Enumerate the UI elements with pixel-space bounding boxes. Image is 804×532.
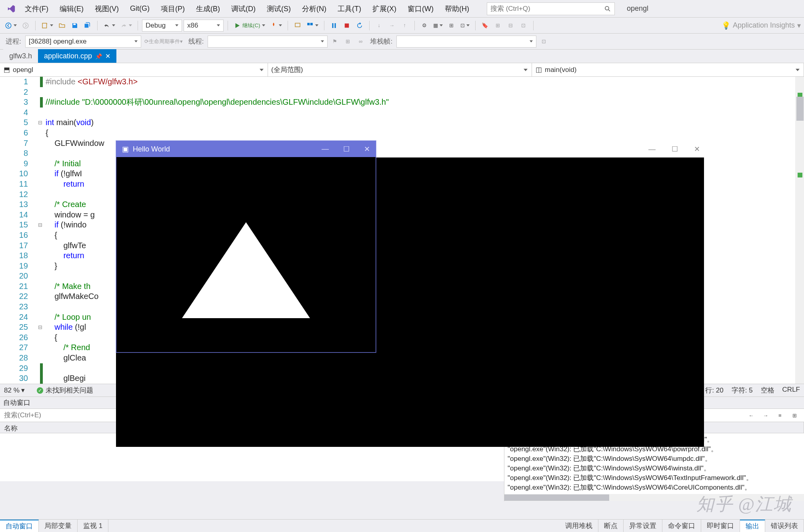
- menu-item[interactable]: 调试(D): [226, 0, 261, 18]
- menu-item[interactable]: 项目(P): [155, 0, 190, 18]
- minimize-icon[interactable]: —: [322, 145, 329, 153]
- thread-label: 线程:: [186, 37, 206, 46]
- stop-button[interactable]: [341, 20, 352, 31]
- stackframe-dropdown[interactable]: [396, 36, 536, 48]
- menu-item[interactable]: 生成(B): [190, 0, 226, 18]
- tab-applicationcpp[interactable]: application.cpp 📌 ✕: [38, 49, 116, 63]
- bottom-tab[interactable]: 调用堆栈: [560, 520, 598, 532]
- document-tab-strip: glfw3.h application.cpp 📌 ✕: [0, 50, 804, 63]
- menu-item[interactable]: 视图(V): [89, 0, 124, 18]
- menu-item[interactable]: 窗口(W): [402, 0, 439, 18]
- app-insights-link[interactable]: 💡 Application Insights ▾: [722, 21, 801, 30]
- step-out-icon[interactable]: ↑: [399, 20, 410, 31]
- bottom-tab[interactable]: 输出: [740, 520, 765, 532]
- quick-search-box[interactable]: [487, 2, 615, 15]
- bottom-tab-strip: 自动窗口局部变量监视 1 调用堆栈断点异常设置命令窗口即时窗口输出错误列表: [0, 519, 804, 532]
- menu-item[interactable]: 分析(N): [296, 0, 332, 18]
- bottom-tab[interactable]: 异常设置: [624, 520, 662, 532]
- step-into-icon[interactable]: →: [386, 20, 398, 31]
- close-icon[interactable]: ✕: [364, 145, 370, 153]
- editor-scrollbar[interactable]: [795, 77, 804, 384]
- nav-back-button[interactable]: [3, 20, 18, 31]
- tab-glfw3h[interactable]: glfw3.h: [3, 49, 38, 63]
- hscroll-thumb[interactable]: [504, 494, 609, 501]
- toolbar-icon-4[interactable]: ⊡: [459, 20, 471, 31]
- bottom-tab[interactable]: 即时窗口: [701, 520, 740, 532]
- flag-icon[interactable]: ⚑: [329, 36, 340, 47]
- scope-function-dropdown[interactable]: ◫main(void): [532, 63, 804, 76]
- bottom-tab[interactable]: 监视 1: [78, 520, 108, 532]
- link-icon[interactable]: ∞: [355, 36, 366, 47]
- menu-item[interactable]: Git(G): [124, 0, 155, 18]
- bookmark-icon[interactable]: 🔖: [480, 20, 491, 31]
- menu-item[interactable]: 工具(T): [332, 0, 367, 18]
- threads-icon[interactable]: ⊞: [342, 36, 353, 47]
- svg-rect-8: [310, 23, 312, 25]
- lightbulb-icon: 💡: [722, 21, 730, 30]
- step-over-icon[interactable]: ↓: [374, 20, 385, 31]
- maximize-icon[interactable]: ☐: [343, 145, 350, 153]
- continue-button[interactable]: 继续(C): [232, 20, 267, 31]
- pin-icon[interactable]: 📌: [95, 53, 102, 60]
- main-menu-bar: 文件(F)编辑(E)视图(V)Git(G)项目(P)生成(B)调试(D)测试(S…: [0, 0, 804, 18]
- menu-item[interactable]: 编辑(E): [54, 0, 89, 18]
- step-into-button[interactable]: [292, 20, 303, 31]
- bottom-tab[interactable]: 自动窗口: [0, 520, 39, 532]
- lifecycle-button[interactable]: ⟳ 生命周期事件 ▾: [143, 36, 184, 47]
- menu-item[interactable]: 文件(F): [19, 0, 54, 18]
- scope-project-dropdown[interactable]: ⬒opengl: [0, 63, 268, 76]
- fold-gutter[interactable]: ⊟⊟⊟: [36, 77, 44, 384]
- bottom-tab[interactable]: 局部变量: [39, 520, 78, 532]
- scope-global-dropdown[interactable]: (全局范围): [268, 63, 532, 76]
- minimize-icon[interactable]: —: [648, 145, 656, 153]
- windows-button[interactable]: [305, 20, 320, 31]
- stack-icon[interactable]: ⊡: [538, 36, 549, 47]
- pause-button[interactable]: [328, 20, 340, 31]
- save-button[interactable]: [69, 20, 80, 31]
- close-tab-icon[interactable]: ✕: [105, 52, 110, 60]
- search-depth-icon[interactable]: ≡: [774, 410, 786, 421]
- line-ending[interactable]: CRLF: [782, 386, 800, 395]
- glfw-window[interactable]: ▣ Hello World — ☐ ✕: [116, 141, 376, 353]
- open-file-button[interactable]: [56, 20, 68, 31]
- menu-item[interactable]: 扩展(X): [367, 0, 402, 18]
- bottom-tab[interactable]: 命令窗口: [662, 520, 701, 532]
- scrollbar-thumb[interactable]: [796, 97, 804, 121]
- menu-item[interactable]: 帮助(H): [439, 0, 475, 18]
- search-icon[interactable]: [602, 4, 613, 14]
- config-dropdown[interactable]: Debug: [142, 20, 182, 32]
- error-indicator[interactable]: ✓未找到相关问题: [37, 386, 93, 395]
- toolbar-icon-6[interactable]: ⊟: [505, 20, 516, 31]
- indent-mode[interactable]: 空格: [761, 386, 774, 395]
- solution-name: opengl: [627, 4, 648, 13]
- search-next-icon[interactable]: →: [760, 410, 771, 421]
- toolbar-icon-7[interactable]: ⊡: [518, 20, 529, 31]
- thread-dropdown[interactable]: [208, 36, 328, 48]
- save-all-button[interactable]: [82, 20, 93, 31]
- toolbar-icon-5[interactable]: ⊞: [492, 20, 504, 31]
- quick-search-input[interactable]: [490, 5, 611, 13]
- platform-dropdown[interactable]: x86: [184, 20, 224, 32]
- restart-button[interactable]: [354, 20, 365, 31]
- zoom-dropdown[interactable]: 82 % ▾: [4, 386, 25, 395]
- process-label: 进程:: [3, 37, 24, 46]
- redo-button[interactable]: [118, 20, 134, 31]
- new-item-button[interactable]: [40, 20, 55, 31]
- menu-item[interactable]: 测试(S): [261, 0, 296, 18]
- bottom-tab[interactable]: 错误列表: [765, 520, 804, 532]
- search-prev-icon[interactable]: ←: [746, 410, 757, 421]
- output-hscrollbar[interactable]: [504, 494, 804, 501]
- bottom-tab[interactable]: 断点: [598, 520, 624, 532]
- hot-reload-button[interactable]: [268, 20, 284, 31]
- search-tree-icon[interactable]: ⊞: [789, 410, 800, 421]
- output-line: "opengl.exe"(Win32): 已加载"C:\Windows\SysW…: [508, 483, 801, 492]
- toolbar-icon-2[interactable]: ▦: [432, 20, 444, 31]
- toolbar-icon-3[interactable]: ⊞: [446, 20, 457, 31]
- nav-forward-button[interactable]: [20, 20, 31, 31]
- close-icon[interactable]: ✕: [694, 145, 700, 153]
- undo-button[interactable]: [102, 20, 117, 31]
- svg-point-0: [605, 6, 609, 10]
- process-dropdown[interactable]: [36288] opengl.exe: [25, 36, 141, 48]
- toolbar-icon-1[interactable]: ⚙: [419, 20, 430, 31]
- maximize-icon[interactable]: ☐: [672, 145, 678, 153]
